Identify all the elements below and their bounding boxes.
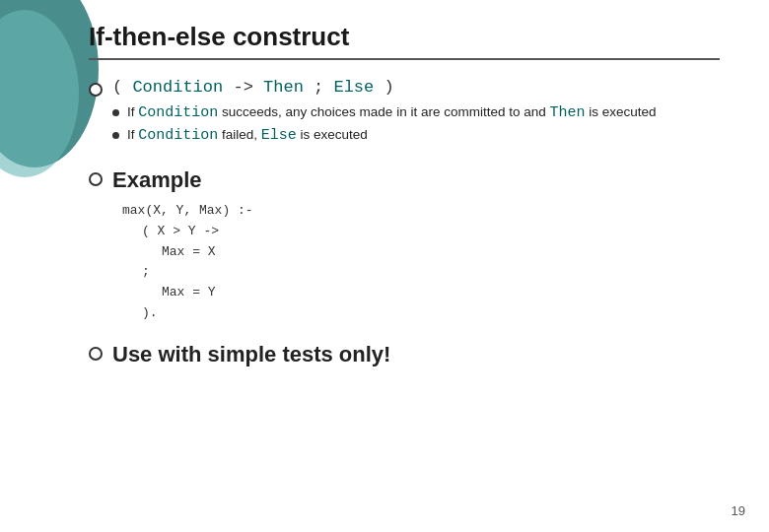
- bullet-circle-footer: [89, 347, 103, 361]
- sub-bullet-1-code2: Then: [549, 104, 585, 121]
- syntax-then: Then: [263, 78, 304, 97]
- code-line-6: ).: [142, 303, 720, 324]
- code-line-2: ( X > Y ->: [142, 222, 720, 242]
- sub-bullet-list: If Condition succeeds, any choices made …: [112, 104, 720, 144]
- syntax-else: Else: [333, 78, 374, 97]
- sub-bullet-2: If Condition failed, Else is executed: [112, 127, 720, 144]
- syntax-open-paren: (: [112, 78, 132, 97]
- sub-bullet-dot-2: [112, 132, 119, 139]
- sub-bullet-1-code1: Condition: [138, 104, 218, 121]
- bullet-footer: Use with simple tests only!: [89, 342, 720, 367]
- slide-title: If-then-else construct: [89, 22, 720, 60]
- code-line-4: ;: [142, 262, 720, 283]
- syntax-line: ( Condition -> Then ; Else ): [112, 78, 720, 97]
- code-line-3: Max = X: [162, 242, 720, 263]
- bullet-syntax-content: ( Condition -> Then ; Else ) If Conditio…: [112, 78, 720, 150]
- code-line-1: max(X, Y, Max) :-: [122, 201, 720, 222]
- sub-bullet-2-code2: Else: [261, 127, 297, 144]
- code-line-5: Max = Y: [162, 283, 720, 303]
- syntax-close-paren: ): [374, 78, 393, 97]
- sub-bullet-1: If Condition succeeds, any choices made …: [112, 104, 720, 121]
- bullet-circle-syntax: [89, 83, 103, 97]
- footer-text: Use with simple tests only!: [112, 342, 720, 367]
- sub-bullet-2-code1: Condition: [138, 127, 218, 144]
- syntax-condition: Condition: [132, 78, 223, 97]
- bullet-example-content: Example max(X, Y, Max) :- ( X > Y -> Max…: [112, 167, 720, 324]
- main-bullet-list: ( Condition -> Then ; Else ) If Conditio…: [89, 78, 720, 367]
- syntax-arrow: ->: [223, 78, 263, 97]
- bullet-footer-content: Use with simple tests only!: [112, 342, 720, 367]
- bullet-example: Example max(X, Y, Max) :- ( X > Y -> Max…: [89, 167, 720, 324]
- code-block: max(X, Y, Max) :- ( X > Y -> Max = X ; M…: [122, 201, 720, 324]
- syntax-semicolon: ;: [304, 78, 334, 97]
- page-number: 19: [732, 503, 745, 518]
- sub-bullet-2-text: If Condition failed, Else is executed: [127, 127, 368, 144]
- bullet-syntax: ( Condition -> Then ; Else ) If Conditio…: [89, 78, 720, 150]
- sub-bullet-1-text: If Condition succeeds, any choices made …: [127, 104, 657, 121]
- bullet-circle-example: [89, 172, 103, 186]
- sub-bullet-dot-1: [112, 109, 119, 116]
- example-heading: Example: [112, 167, 720, 193]
